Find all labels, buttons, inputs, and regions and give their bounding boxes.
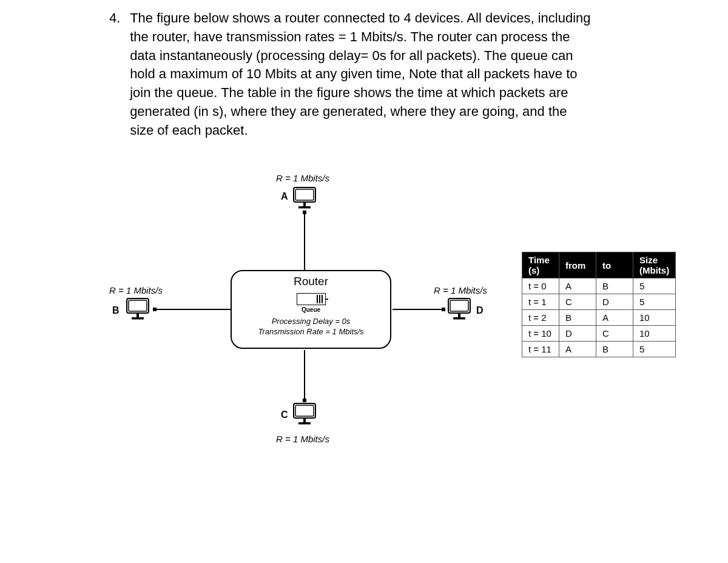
packet-table: Time(s) from to Size(Mbits) t = 0 A B 5 … xyxy=(522,252,676,357)
svg-rect-14 xyxy=(303,419,306,422)
svg-rect-11 xyxy=(453,317,465,320)
problem-text: The figure below shows a router connecte… xyxy=(130,9,591,140)
rate-label-a: R = 1 Mbits/s xyxy=(276,173,329,183)
router-transmission-rate: Transmission Rate = 1 Mbits/s xyxy=(232,327,390,337)
table-header-row: Time(s) from to Size(Mbits) xyxy=(522,252,676,278)
svg-rect-3 xyxy=(298,206,311,209)
router-box: Router Queue Processing Delay = 0s Trans… xyxy=(231,270,391,349)
network-diagram: R = 1 Mbits/s A R = 1 Mbits/s B R = 1 Mb… xyxy=(103,173,528,464)
rate-label-b: R = 1 Mbits/s xyxy=(109,285,163,295)
table-row: t = 2 B A 10 xyxy=(522,310,676,326)
svg-rect-15 xyxy=(298,422,311,425)
problem-statement: 4. The figure below shows a router conne… xyxy=(109,9,595,140)
svg-rect-2 xyxy=(303,203,306,206)
th-size: Size(Mbits) xyxy=(633,252,676,278)
device-c-icon xyxy=(291,402,318,424)
device-d-icon xyxy=(446,297,473,319)
table-row: t = 1 C D 5 xyxy=(522,294,676,310)
svg-rect-13 xyxy=(295,405,314,416)
th-from: from xyxy=(559,252,596,278)
svg-rect-9 xyxy=(450,300,468,311)
th-to: to xyxy=(596,252,633,278)
link-b xyxy=(153,309,231,310)
rate-label-d: R = 1 Mbits/s xyxy=(434,285,487,295)
device-label-a: A xyxy=(281,191,288,202)
rate-label-c: R = 1 Mbits/s xyxy=(276,434,329,444)
link-d-end xyxy=(442,308,445,311)
svg-rect-6 xyxy=(136,314,139,317)
queue-icon xyxy=(297,293,326,305)
router-processing-delay: Processing Delay = 0s xyxy=(232,317,390,327)
queue-label: Queue xyxy=(232,306,390,313)
link-a-end xyxy=(303,211,306,214)
link-c-end xyxy=(303,399,306,402)
problem-number: 4. xyxy=(109,9,126,28)
table-row: t = 11 A B 5 xyxy=(522,342,676,357)
th-time: Time(s) xyxy=(522,252,559,278)
device-label-c: C xyxy=(281,410,288,420)
svg-rect-5 xyxy=(129,300,147,311)
svg-rect-10 xyxy=(458,314,460,317)
table-row: t = 0 A B 5 xyxy=(522,278,676,294)
table-row: t = 10 D C 10 xyxy=(522,326,676,342)
link-c xyxy=(304,350,305,402)
svg-rect-7 xyxy=(132,317,144,320)
router-title: Router xyxy=(232,275,390,288)
svg-rect-1 xyxy=(295,189,314,200)
device-label-b: B xyxy=(112,305,120,316)
device-b-icon xyxy=(124,297,151,319)
link-b-end xyxy=(153,308,157,311)
device-label-d: D xyxy=(476,305,484,316)
device-a-icon xyxy=(291,186,318,208)
link-a xyxy=(304,211,305,270)
link-d xyxy=(393,309,445,310)
